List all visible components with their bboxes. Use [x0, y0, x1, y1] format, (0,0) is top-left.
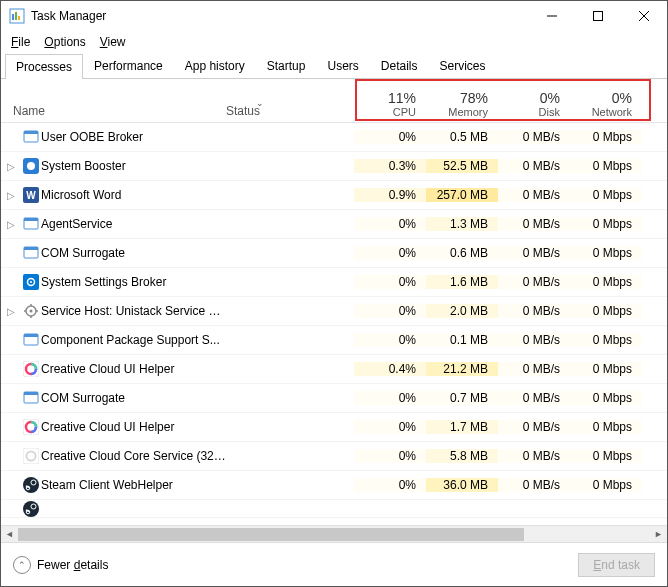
- process-row[interactable]: ▷AgentService0%1.3 MB0 MB/s0 Mbps: [1, 210, 667, 239]
- process-memory: 1.6 MB: [426, 275, 498, 289]
- process-row[interactable]: ▷WMicrosoft Word0.9%257.0 MB0 MB/s0 Mbps: [1, 181, 667, 210]
- scroll-left-icon[interactable]: ◄: [1, 526, 18, 543]
- network-label: Network: [592, 106, 632, 118]
- column-headers: Name ⌄ Status 11% CPU 78% Memory 0% Disk…: [1, 79, 667, 123]
- process-row[interactable]: COM Surrogate0%0.7 MB0 MB/s0 Mbps: [1, 384, 667, 413]
- process-name: Creative Cloud Core Service (32 ...: [41, 449, 226, 463]
- tab-app-history[interactable]: App history: [174, 53, 256, 78]
- col-network[interactable]: 0% Network: [570, 90, 642, 118]
- process-icon: [21, 361, 41, 377]
- minimize-button[interactable]: [529, 1, 575, 31]
- process-icon: [21, 245, 41, 261]
- svg-point-11: [27, 162, 35, 170]
- process-memory: 1.7 MB: [426, 420, 498, 434]
- tab-users[interactable]: Users: [316, 53, 369, 78]
- process-disk: 0 MB/s: [498, 130, 570, 144]
- chevron-up-icon: ⌃: [13, 556, 31, 574]
- tab-performance[interactable]: Performance: [83, 53, 174, 78]
- scroll-right-icon[interactable]: ►: [650, 526, 667, 543]
- window-title: Task Manager: [31, 9, 529, 23]
- cpu-pct: 11%: [388, 90, 416, 106]
- process-cpu: 0.3%: [354, 159, 426, 173]
- close-button[interactable]: [621, 1, 667, 31]
- svg-point-20: [30, 281, 32, 283]
- horizontal-scrollbar[interactable]: ◄ ►: [1, 525, 667, 542]
- process-name: Creative Cloud UI Helper: [41, 420, 226, 434]
- process-list[interactable]: User OOBE Broker0%0.5 MB0 MB/s0 Mbps▷Sys…: [1, 123, 667, 525]
- menu-file[interactable]: File: [11, 35, 30, 49]
- col-disk[interactable]: 0% Disk: [498, 90, 570, 118]
- process-network: 0 Mbps: [570, 420, 642, 434]
- process-icon: [21, 274, 41, 290]
- scroll-thumb[interactable]: [18, 528, 524, 541]
- menu-view[interactable]: View: [100, 35, 126, 49]
- process-memory: 0.6 MB: [426, 246, 498, 260]
- expand-toggle-icon[interactable]: ▷: [1, 306, 21, 317]
- cpu-label: CPU: [393, 106, 416, 118]
- tab-strip: ProcessesPerformanceApp historyStartupUs…: [1, 53, 667, 79]
- process-cpu: 0%: [354, 391, 426, 405]
- tab-startup[interactable]: Startup: [256, 53, 317, 78]
- tab-processes[interactable]: Processes: [5, 54, 83, 79]
- scroll-track[interactable]: [18, 526, 650, 543]
- svg-rect-35: [23, 448, 39, 464]
- process-row[interactable]: System Settings Broker0%1.6 MB0 MB/s0 Mb…: [1, 268, 667, 297]
- svg-rect-1: [12, 14, 14, 20]
- col-name[interactable]: Name: [1, 104, 226, 118]
- process-memory: 0.1 MB: [426, 333, 498, 347]
- process-disk: 0 MB/s: [498, 449, 570, 463]
- svg-text:W: W: [26, 190, 36, 201]
- svg-rect-2: [15, 12, 17, 20]
- process-memory: 52.5 MB: [426, 159, 498, 173]
- process-row[interactable]: User OOBE Broker0%0.5 MB0 MB/s0 Mbps: [1, 123, 667, 152]
- tab-services[interactable]: Services: [429, 53, 497, 78]
- menu-options[interactable]: Options: [44, 35, 85, 49]
- svg-rect-28: [24, 334, 38, 337]
- process-name: Steam Client WebHelper: [41, 478, 226, 492]
- process-network: 0 Mbps: [570, 478, 642, 492]
- process-name: Creative Cloud UI Helper: [41, 362, 226, 376]
- process-row[interactable]: COM Surrogate0%0.6 MB0 MB/s0 Mbps: [1, 239, 667, 268]
- process-icon: [21, 332, 41, 348]
- process-icon: W: [21, 187, 41, 203]
- process-icon: [21, 501, 41, 517]
- process-cpu: 0%: [354, 420, 426, 434]
- process-cpu: 0%: [354, 304, 426, 318]
- disk-pct: 0%: [540, 90, 560, 106]
- process-network: 0 Mbps: [570, 449, 642, 463]
- process-network: 0 Mbps: [570, 217, 642, 231]
- process-icon: [21, 477, 41, 493]
- col-status[interactable]: ⌄ Status: [226, 104, 354, 118]
- process-icon: [21, 419, 41, 435]
- process-cpu: 0%: [354, 478, 426, 492]
- end-task-button[interactable]: End task: [578, 553, 655, 577]
- process-row[interactable]: Creative Cloud UI Helper0.4%21.2 MB0 MB/…: [1, 355, 667, 384]
- process-row[interactable]: Creative Cloud UI Helper0%1.7 MB0 MB/s0 …: [1, 413, 667, 442]
- process-memory: 1.3 MB: [426, 217, 498, 231]
- memory-label: Memory: [448, 106, 488, 118]
- col-memory[interactable]: 78% Memory: [426, 90, 498, 118]
- svg-rect-32: [24, 392, 38, 395]
- process-disk: 0 MB/s: [498, 246, 570, 260]
- process-disk: 0 MB/s: [498, 159, 570, 173]
- fewer-details-toggle[interactable]: ⌃ Fewer details: [13, 556, 578, 574]
- process-row[interactable]: ▷Service Host: Unistack Service G...0%2.…: [1, 297, 667, 326]
- process-row[interactable]: [1, 500, 667, 518]
- col-cpu[interactable]: 11% CPU: [354, 90, 426, 118]
- expand-toggle-icon[interactable]: ▷: [1, 219, 21, 230]
- process-row[interactable]: Component Package Support S...0%0.1 MB0 …: [1, 326, 667, 355]
- process-icon: [21, 129, 41, 145]
- expand-toggle-icon[interactable]: ▷: [1, 161, 21, 172]
- process-cpu: 0%: [354, 333, 426, 347]
- process-row[interactable]: Creative Cloud Core Service (32 ...0%5.8…: [1, 442, 667, 471]
- process-memory: 36.0 MB: [426, 478, 498, 492]
- process-disk: 0 MB/s: [498, 188, 570, 202]
- process-icon: [21, 216, 41, 232]
- svg-point-22: [30, 310, 33, 313]
- process-cpu: 0%: [354, 217, 426, 231]
- maximize-button[interactable]: [575, 1, 621, 31]
- process-row[interactable]: Steam Client WebHelper0%36.0 MB0 MB/s0 M…: [1, 471, 667, 500]
- process-row[interactable]: ▷System Booster0.3%52.5 MB0 MB/s0 Mbps: [1, 152, 667, 181]
- tab-details[interactable]: Details: [370, 53, 429, 78]
- expand-toggle-icon[interactable]: ▷: [1, 190, 21, 201]
